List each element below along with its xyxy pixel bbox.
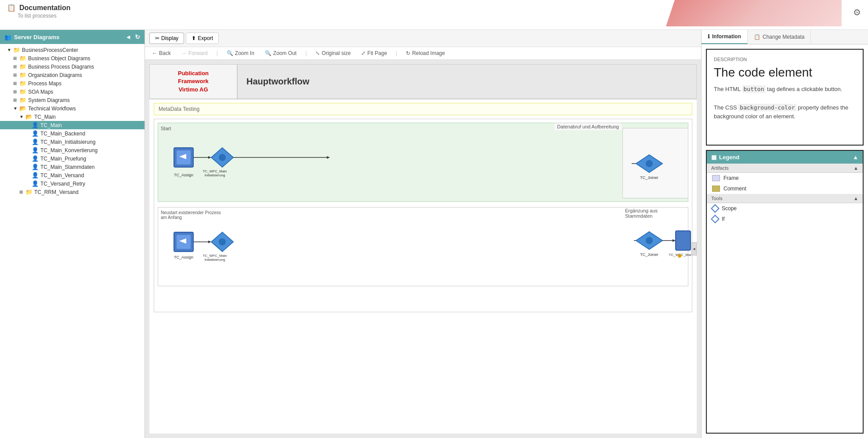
- scope-label: Scope: [722, 205, 737, 212]
- metadata-note: MetaData Testing: [154, 103, 692, 115]
- scope-icon: [711, 204, 720, 213]
- tree-item-tcmain-konv[interactable]: 👤 TC_Main_Konvertierung: [0, 146, 145, 154]
- tree-item-bpd[interactable]: ⊞ 📁 Business Process Diagrams: [0, 62, 145, 71]
- tree-item-label: TC_Main: [40, 122, 62, 128]
- logo-line1: Publication: [178, 70, 209, 77]
- artifacts-toggle[interactable]: ▲: [854, 165, 858, 171]
- tree-item-tcmain-vers[interactable]: 👤 TC_Main_Versand: [0, 171, 145, 179]
- desc-body1-end: tag defines a clickable button.: [766, 86, 843, 92]
- tree-item-pm[interactable]: ⊞ 📁 Process Maps: [0, 79, 145, 88]
- svg-point-14: [646, 160, 653, 167]
- header-graphic: [666, 0, 842, 26]
- swim-lane-bottom-label: Neustart existierender Prozessam Anfang: [161, 210, 685, 220]
- svg-rect-3: [174, 169, 193, 169]
- collapse-toggle[interactable]: ◄: [691, 242, 697, 255]
- sidebar-tree: ▼ 📁 BusinessProcessCenter ⊞ 📁 Business O…: [0, 44, 145, 438]
- tree-item-tcmain-backend[interactable]: 👤 TC_Main_Backend: [0, 129, 145, 138]
- tree-item-label: Organization Diagrams: [28, 72, 82, 78]
- fit-page-button[interactable]: ⤢ Fit Page: [359, 49, 389, 57]
- sidebar-refresh-icon[interactable]: ↻: [135, 33, 140, 40]
- comment-icon: [712, 186, 720, 192]
- export-button[interactable]: ⬆ Export: [186, 33, 219, 44]
- expand-icon: ⊞: [13, 89, 18, 94]
- node1-label: TC_Assign: [174, 173, 193, 177]
- right-panel-tabs: ℹ Information 📋 Change Metadata: [702, 30, 868, 44]
- tree-item-od[interactable]: ⊞ 📁 Organization Diagrams: [0, 71, 145, 79]
- display-button[interactable]: ✂ Display: [149, 33, 184, 44]
- description-title: The code element: [714, 66, 856, 80]
- forward-button[interactable]: → Forward: [180, 49, 210, 57]
- workflow-icon: 👤: [32, 164, 39, 170]
- tab-change-metadata[interactable]: 📋 Change Metadata: [748, 30, 811, 44]
- tree-item-bod[interactable]: ⊞ 📁 Business Object Diagrams: [0, 54, 145, 62]
- reload-button[interactable]: ↻ Reload Image: [404, 49, 447, 57]
- legend-icon: ▦: [711, 154, 716, 161]
- sidebar-collapse-icon[interactable]: ◄: [125, 33, 131, 40]
- frame2-svg: TC_Joiner TC_WFC_Main_S: [625, 219, 691, 289]
- svg-text:Initialisierung: Initialisierung: [205, 258, 225, 262]
- settings-button[interactable]: ⚙: [853, 7, 861, 18]
- folder-icon: 📁: [19, 63, 26, 70]
- folder-icon: 📁: [19, 88, 26, 95]
- workflow-icon: 👤: [32, 180, 39, 187]
- tree-item-sd[interactable]: ⊞ 📁 System Diagrams: [0, 96, 145, 104]
- workflow-icon: 👤: [32, 172, 39, 179]
- workflow-icon: 👤: [32, 130, 39, 137]
- tools-label: Tools: [711, 196, 723, 201]
- metadata-label: MetaData Testing: [159, 106, 199, 112]
- desc-body1-code: button: [742, 85, 766, 93]
- header-left: 📋 Documentation To list processes: [7, 4, 70, 19]
- zoom-in-button[interactable]: 🔍 Zoom In: [225, 49, 256, 57]
- tools-toggle[interactable]: ▲: [854, 196, 858, 201]
- description-label: Description: [714, 57, 856, 62]
- folder-icon: 📁: [13, 47, 20, 53]
- tree-item-label: System Diagrams: [28, 97, 70, 103]
- tab-information-label: Information: [712, 33, 741, 40]
- tree-item-tcmain-pruef[interactable]: 👤 TC_Main_Pruefung: [0, 154, 145, 163]
- header: 📋 Documentation To list processes ⚙: [0, 0, 868, 30]
- back-button[interactable]: ← Back: [150, 49, 173, 57]
- logo-line3: Virtimo AG: [178, 86, 208, 93]
- logo-line2: Framework: [178, 78, 208, 84]
- zoom-in-icon: 🔍: [227, 50, 233, 56]
- legend-item-frame: Frame: [707, 173, 863, 183]
- tree-item-tcrrm[interactable]: ⊞ 📁 TC_RRM_Versand: [0, 188, 145, 196]
- folder-open-icon: 📂: [25, 113, 33, 120]
- folder-icon: 📁: [19, 55, 26, 62]
- svg-rect-32: [676, 231, 691, 250]
- expand-icon: ⊞: [13, 64, 18, 69]
- legend-tools-header: Tools ▲: [707, 194, 863, 203]
- back-label: Back: [159, 50, 171, 56]
- sidebar: 👥 Server Diagrams ◄ ↻ ▼ 📁 BusinessProces…: [0, 30, 145, 438]
- description-panel: Description The code element The HTML bu…: [706, 49, 864, 146]
- frame1-label: Datenabruf und Aufbereitung: [554, 123, 622, 130]
- tree-item-tcmain-folder[interactable]: ▼ 📂 TC_Main: [0, 113, 145, 121]
- original-size-label: Original size: [322, 50, 351, 56]
- tree-item-soa[interactable]: ⊞ 📁 SOA Maps: [0, 88, 145, 96]
- canvas-area: Publication Framework Virtimo AG Hauptwo…: [145, 60, 701, 438]
- if-label: If: [722, 216, 725, 222]
- tree-item-tcvers-retry[interactable]: 👤 TC_Versand_Retry: [0, 179, 145, 188]
- tree-item-label: Business Object Diagrams: [28, 55, 90, 62]
- tree-item-label: TC_Main_Versand: [40, 172, 84, 179]
- legend-collapse-icon[interactable]: ▲: [853, 154, 858, 161]
- tree-item-tcmain-stamm[interactable]: 👤 TC_Main_Stammdaten: [0, 163, 145, 171]
- tree-item-tcmain-init[interactable]: 👤 TC_Main_Initialisierung: [0, 138, 145, 146]
- tab-information[interactable]: ℹ Information: [702, 30, 748, 44]
- tree-item-label: TC_RRM_Versand: [34, 189, 79, 195]
- node2-label: TC_WFC_Main: [203, 169, 227, 173]
- original-size-button[interactable]: ⤡ Original size: [314, 49, 352, 57]
- tree-item-tw[interactable]: ▼ 📂 Technical Workflows: [0, 104, 145, 113]
- folder-icon: 📁: [19, 80, 26, 87]
- workflow-icon: 👤: [32, 139, 39, 145]
- desc-body2-code: background-color: [738, 104, 796, 111]
- zoom-out-button[interactable]: 🔍 Zoom Out: [263, 49, 298, 57]
- svg-point-34: [678, 254, 681, 258]
- tree-item-root[interactable]: ▼ 📁 BusinessProcessCenter: [0, 46, 145, 54]
- tree-item-tcmain[interactable]: 👤 TC_Main: [0, 121, 145, 129]
- swim-lane-bottom-svg: TC_Assign TC_WFC_Main Initialisierung: [161, 223, 685, 281]
- svg-text:TC_WFC_Main: TC_WFC_Main: [203, 254, 227, 258]
- svg-marker-10: [327, 156, 330, 159]
- svg-marker-31: [673, 239, 676, 242]
- swim-lanes: Start TC_Assign: [154, 119, 692, 312]
